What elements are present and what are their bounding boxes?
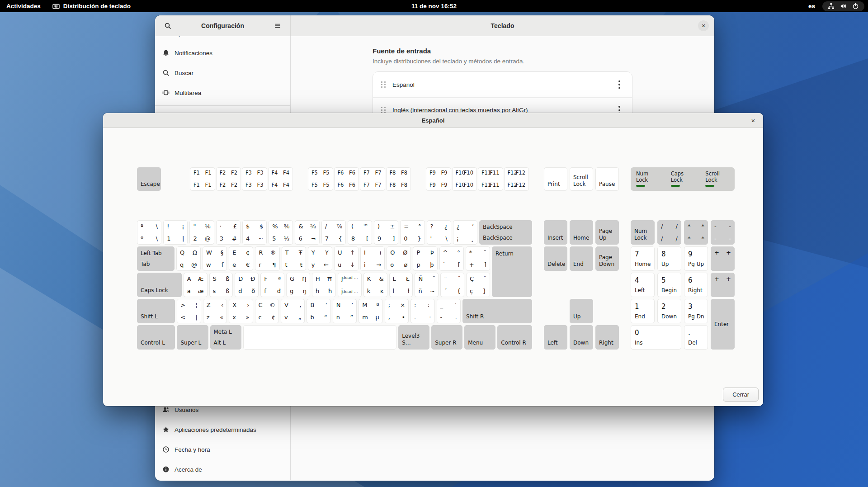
key-1: 1End — [631, 299, 655, 323]
key-page-up: Page Up — [595, 220, 619, 245]
key-7: /⅞7{ — [321, 220, 346, 245]
key-control-l: Control L — [137, 325, 175, 350]
sidebar-item-notificaciones[interactable]: Notificaciones — [155, 43, 290, 63]
keyboard-layout-indicator[interactable]: Distribución de teclado — [52, 3, 131, 10]
key-t: TŦtŧ — [282, 246, 306, 271]
nav-row: PrintScroll LockPause — [544, 167, 619, 191]
settings-title: Configuración — [155, 22, 290, 29]
bell-icon — [162, 49, 170, 57]
menu-icon[interactable] — [271, 19, 284, 32]
key-y: Y¥y← — [308, 246, 332, 271]
key-super-l: Super L — [177, 325, 208, 350]
activities-button[interactable]: Actividades — [6, 3, 41, 9]
key-sym: Ñ˝ñ~ — [415, 273, 439, 297]
nav-row: InsertHomePage Up — [544, 220, 619, 245]
key-tab: Left TabTab — [137, 246, 175, 271]
key-m: Mºmµ — [359, 299, 382, 323]
dialog-headerbar: Español × — [103, 113, 763, 128]
key-p: PÞpþ — [413, 246, 437, 271]
star-icon — [162, 426, 170, 433]
key-f9: F9F9F9F9 — [426, 167, 451, 191]
dialog-title: Español — [422, 117, 445, 124]
key-f12: F12F12F12F12 — [504, 167, 529, 191]
input-source-row[interactable]: Español — [373, 72, 632, 97]
key-left: Left — [544, 325, 567, 350]
key-sym: :÷.· — [410, 299, 434, 323]
source-options-button[interactable] — [611, 76, 627, 93]
key-f11: F11F11F11F11 — [478, 167, 503, 191]
clock-button[interactable]: 11 de nov 16:52 — [411, 3, 457, 9]
sidebar-separator — [155, 105, 290, 106]
key-page-down: Page Down — [595, 246, 619, 271]
key-scroll-lock: Scroll Lock — [570, 167, 593, 191]
sidebar-item-acerca-de[interactable]: Acerca de — [155, 459, 290, 479]
key-sym: .Del — [684, 325, 708, 350]
keyboard-main-block: EscapeF1F1F1F1F2F2F2F2F3F3F3F3F4F4F4F4F5… — [137, 167, 532, 350]
key-3: 3Pg Dn — [684, 299, 708, 323]
key-insert: Insert — [544, 220, 567, 245]
sidebar-item-label: Aplicaciones predeterminadas — [175, 426, 256, 433]
key-b: B‘b“ — [307, 299, 330, 323]
key-0: 0Ins — [631, 325, 681, 350]
sidebar-item-fecha-y-hora[interactable]: Fecha y hora — [155, 440, 290, 459]
key-row-1: ª\º\!¡1|"⅛2@·£3#$$4~%⅜5½&⅝6¬/⅞7{(™8[)±9]… — [137, 220, 532, 245]
key-v: V‚v„ — [281, 299, 305, 323]
nav-row: Up — [544, 299, 619, 323]
system-menu-button[interactable] — [822, 1, 864, 11]
numpad-row: 4Left5Begin6Right++ — [631, 273, 735, 297]
key-4: 4Left — [631, 273, 655, 297]
section-title: Fuente de entrada — [373, 47, 632, 55]
numpad-row: Num Lock////****---- — [631, 220, 735, 245]
key-sym: >¦<| — [177, 299, 201, 323]
key-g: GŊgŋ — [286, 273, 310, 297]
key-super-r: Super R — [431, 325, 462, 350]
key-sym: ¨ˇ´{ — [440, 273, 464, 297]
key-shift-l: Shift L — [137, 299, 175, 323]
key-a: AÆaæ — [184, 273, 208, 297]
key-f7: F7F7F7F7 — [360, 167, 385, 191]
sidebar-item-multitarea[interactable]: Multitarea — [155, 83, 290, 103]
key-1: !¡1| — [163, 220, 188, 245]
key-x: X›x» — [229, 299, 253, 323]
key-sym: Ç˘ç} — [466, 273, 490, 297]
sidebar-item-label: Multitarea — [175, 90, 201, 96]
info-icon — [162, 466, 170, 473]
top-bar: Actividades Distribución de teclado 11 d… — [0, 0, 868, 12]
key-sym: **** — [684, 220, 708, 245]
sidebar-item-buscar[interactable]: Buscar — [155, 63, 290, 83]
key-h: HĦhħ — [312, 273, 336, 297]
search-button[interactable] — [161, 19, 174, 32]
key-5: 5Begin — [657, 273, 681, 297]
close-dialog-button[interactable]: Cerrar — [723, 388, 759, 402]
key-plus: ++ — [711, 246, 735, 271]
key-4: $$4~ — [242, 220, 267, 245]
search-icon — [162, 69, 170, 76]
key-end: End — [570, 246, 593, 271]
key-f5: F5F5F5F5 — [308, 167, 333, 191]
key-o: OØoø — [387, 246, 411, 271]
settings-close-button[interactable]: × — [698, 20, 709, 31]
key-menu: Menu — [464, 325, 495, 350]
key-f10: F10F10F10F10 — [452, 167, 477, 191]
key-q: QΩq@ — [176, 246, 201, 271]
dialog-close-button[interactable]: × — [748, 115, 759, 126]
key-control-r: Control R — [497, 325, 532, 350]
key-caps-lock: Caps Lock — [137, 273, 182, 297]
key-shift-r: Shift R — [462, 299, 532, 323]
key-down: Down — [570, 325, 593, 350]
sidebar-item-aplicaciones-predeterminadas[interactable]: Aplicaciones predeterminadas — [155, 420, 290, 440]
sidebar-item-label: Usuarios — [175, 407, 198, 413]
key-plus: ++ — [711, 273, 735, 297]
key-level3-shift: Level3 S… — [398, 325, 429, 350]
key-row-3: Caps LockAÆaæSßsßDÐdðFªfđGŊgŋHĦhħJdead …… — [137, 273, 490, 297]
sidebar-item-apariencia[interactable]: Apariencia — [155, 36, 290, 43]
key-sym: ---- — [711, 220, 735, 245]
key-u: U↑u↓ — [334, 246, 359, 271]
key-9: 9Pg Up — [684, 246, 708, 271]
key-sym: //// — [657, 220, 681, 245]
drag-handle-icon[interactable] — [381, 81, 386, 88]
input-source-indicator[interactable]: es — [808, 3, 815, 9]
drag-handle-icon[interactable] — [381, 107, 386, 113]
keyboard-numpad-block: Num Lock////****----7Home8Up9Pg Up++4Lef… — [631, 167, 735, 350]
key-8: 8Up — [657, 246, 681, 271]
